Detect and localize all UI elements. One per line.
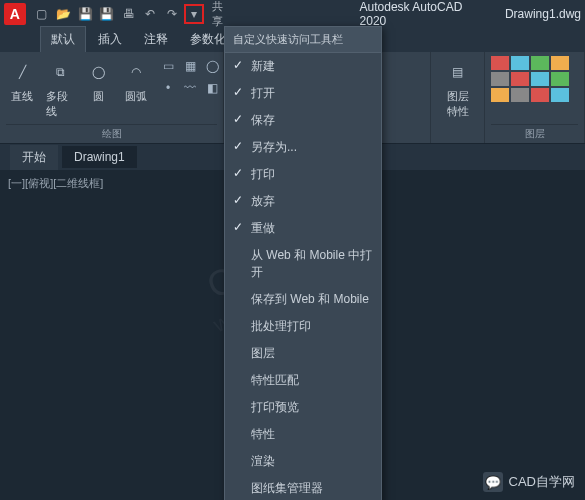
menu-item[interactable]: 渲染	[225, 448, 381, 475]
menu-item[interactable]: ✓打开	[225, 80, 381, 107]
btn-arc-label: 圆弧	[125, 89, 147, 104]
swatch[interactable]	[491, 88, 509, 102]
swatch[interactable]	[551, 56, 569, 70]
swatch[interactable]	[531, 72, 549, 86]
tab-annotate[interactable]: 注释	[134, 27, 178, 52]
viewport-label[interactable]: [一][俯视][二维线框]	[8, 176, 103, 191]
circle-icon: ◯	[84, 58, 112, 86]
menu-item[interactable]: ✓放弃	[225, 188, 381, 215]
menu-item[interactable]: ✓打印	[225, 161, 381, 188]
qat-redo-icon[interactable]: ↷	[162, 4, 182, 24]
menu-item[interactable]: 特性匹配	[225, 367, 381, 394]
menu-item[interactable]: ✓重做	[225, 215, 381, 242]
panel-layers-title: 图层	[491, 124, 578, 141]
menu-item-label: 保存	[251, 113, 275, 127]
menu-item[interactable]: 打印预览	[225, 394, 381, 421]
menu-item[interactable]: 从 Web 和 Mobile 中打开	[225, 242, 381, 286]
app-title: Autodesk AutoCAD 2020	[360, 0, 491, 28]
menu-item[interactable]: 图纸集管理器	[225, 475, 381, 500]
qat-print-icon[interactable]: 🖶	[119, 4, 139, 24]
tool-spline-icon[interactable]: 〰	[180, 78, 200, 98]
swatch[interactable]	[551, 88, 569, 102]
qat-dropdown-arrow[interactable]: ▾	[184, 4, 204, 24]
credit: 💬 CAD自学网	[483, 472, 575, 492]
check-icon: ✓	[233, 58, 243, 72]
share-button[interactable]: 共享	[206, 4, 240, 24]
qat-saveas-icon[interactable]: 💾	[97, 4, 117, 24]
panel-layer-props: ▤ 图层 特性	[431, 52, 485, 143]
tab-insert[interactable]: 插入	[88, 27, 132, 52]
menu-item-label: 批处理打印	[251, 319, 311, 333]
check-icon: ✓	[233, 193, 243, 207]
check-icon: ✓	[233, 85, 243, 99]
qat-customize-menu: 自定义快速访问工具栏 ✓新建✓打开✓保存✓另存为...✓打印✓放弃✓重做从 We…	[224, 26, 382, 500]
menu-item-label: 从 Web 和 Mobile 中打开	[251, 248, 372, 279]
menu-item-label: 渲染	[251, 454, 275, 468]
layer-swatches	[491, 56, 578, 102]
menu-item-label: 打印预览	[251, 400, 299, 414]
menu-item[interactable]: 批处理打印	[225, 313, 381, 340]
btn-arc[interactable]: ◠圆弧	[120, 56, 152, 106]
tab-drawing1[interactable]: Drawing1	[62, 146, 137, 168]
menu-item[interactable]: 特性	[225, 421, 381, 448]
btn-circle[interactable]: ◯圆	[82, 56, 114, 106]
app-logo[interactable]: A	[4, 3, 26, 25]
quick-access-toolbar: ▢ 📂 💾 💾 🖶 ↶ ↷ ▾ 共享	[32, 4, 240, 24]
menu-item[interactable]: ✓新建	[225, 53, 381, 80]
btn-circle-label: 圆	[93, 89, 104, 104]
swatch[interactable]	[491, 56, 509, 70]
menu-item[interactable]: 保存到 Web 和 Mobile	[225, 286, 381, 313]
menu-item[interactable]: ✓另存为...	[225, 134, 381, 161]
panel-draw: ╱直线 ⧉多段线 ◯圆 ◠圆弧 ▭▦◯ •〰◧ 绘图	[0, 52, 224, 143]
tab-start[interactable]: 开始	[10, 145, 58, 170]
current-file: Drawing1.dwg	[505, 7, 581, 21]
menu-item-label: 保存到 Web 和 Mobile	[251, 292, 369, 306]
panel-draw-title: 绘图	[6, 124, 217, 141]
tool-ellipse-icon[interactable]: ◯	[202, 56, 222, 76]
line-icon: ╱	[8, 58, 36, 86]
tool-hatch-icon[interactable]: ▦	[180, 56, 200, 76]
menu-item-label: 另存为...	[251, 140, 297, 154]
qat-open-icon[interactable]: 📂	[54, 4, 74, 24]
tool-dot-icon[interactable]: •	[158, 78, 178, 98]
swatch[interactable]	[511, 72, 529, 86]
swatch[interactable]	[511, 56, 529, 70]
menu-item[interactable]: 图层	[225, 340, 381, 367]
menu-item-label: 打印	[251, 167, 275, 181]
draw-small-tools: ▭▦◯ •〰◧	[158, 56, 222, 98]
swatch[interactable]	[511, 88, 529, 102]
btn-line-label: 直线	[11, 89, 33, 104]
qat-undo-icon[interactable]: ↶	[141, 4, 161, 24]
check-icon: ✓	[233, 139, 243, 153]
tab-default[interactable]: 默认	[40, 26, 86, 52]
btn-line[interactable]: ╱直线	[6, 56, 38, 106]
check-icon: ✓	[233, 220, 243, 234]
swatch[interactable]	[551, 72, 569, 86]
btn-layer-props-label: 图层 特性	[447, 89, 469, 119]
btn-layer-props[interactable]: ▤ 图层 特性	[437, 56, 478, 121]
wechat-icon: 💬	[483, 472, 503, 492]
menu-item-label: 新建	[251, 59, 275, 73]
tool-region-icon[interactable]: ◧	[202, 78, 222, 98]
btn-polyline[interactable]: ⧉多段线	[44, 56, 76, 121]
menu-item-label: 重做	[251, 221, 275, 235]
menu-item-label: 特性匹配	[251, 373, 299, 387]
menu-item-label: 放弃	[251, 194, 275, 208]
swatch[interactable]	[531, 88, 549, 102]
credit-text: CAD自学网	[509, 473, 575, 491]
menu-item-label: 特性	[251, 427, 275, 441]
tool-rect-icon[interactable]: ▭	[158, 56, 178, 76]
menu-item-label: 图纸集管理器	[251, 481, 323, 495]
qat-new-icon[interactable]: ▢	[32, 4, 52, 24]
btn-polyline-label: 多段线	[46, 89, 74, 119]
swatch[interactable]	[531, 56, 549, 70]
arc-icon: ◠	[122, 58, 150, 86]
menu-item[interactable]: ✓保存	[225, 107, 381, 134]
check-icon: ✓	[233, 112, 243, 126]
check-icon: ✓	[233, 166, 243, 180]
qat-save-icon[interactable]: 💾	[75, 4, 95, 24]
swatch[interactable]	[491, 72, 509, 86]
menu-header: 自定义快速访问工具栏	[225, 27, 381, 53]
layer-props-icon: ▤	[444, 58, 472, 86]
polyline-icon: ⧉	[46, 58, 74, 86]
